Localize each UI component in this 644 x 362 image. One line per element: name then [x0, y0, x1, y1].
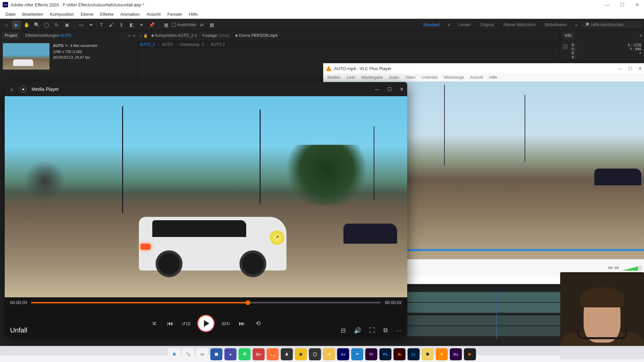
- roto-tool-icon[interactable]: ✦: [137, 20, 146, 29]
- grid-icon[interactable]: ▦: [208, 20, 216, 29]
- fullscreen-icon[interactable]: ⛶: [369, 327, 375, 334]
- nav-auto2[interactable]: AUTO_2: [140, 42, 155, 47]
- play-button[interactable]: [197, 315, 215, 332]
- minimize-button[interactable]: —: [603, 2, 611, 7]
- workspace-kleiner[interactable]: Kleiner Bildschirm: [499, 22, 540, 27]
- mp-titlebar[interactable]: ⌂ ▶ Media Player — ☐ ✕: [5, 82, 407, 96]
- taskbar-app-7[interactable]: 🦊: [267, 348, 279, 360]
- maximize-button[interactable]: ☐: [618, 2, 627, 7]
- volume-icon[interactable]: 🔊: [354, 327, 361, 334]
- taskbar-app-3[interactable]: ▦: [210, 348, 222, 360]
- mp-close-button[interactable]: ✕: [400, 86, 404, 92]
- nav-unterkomp[interactable]: Unterkomp. 3: [180, 42, 204, 47]
- rect-tool-icon[interactable]: ▭: [77, 20, 86, 29]
- forward-30-icon[interactable]: 30↻: [221, 321, 231, 326]
- home-tool-icon[interactable]: ⌂: [2, 20, 11, 29]
- help-search[interactable]: 🔎 Hilfe durchsuchen: [582, 22, 642, 28]
- vlc-volume-slider[interactable]: [622, 265, 642, 271]
- footage-tab[interactable]: Footage (ohne): [200, 32, 232, 39]
- home-icon[interactable]: ⌂: [8, 85, 15, 93]
- vlc-minimize-button[interactable]: —: [618, 66, 622, 71]
- vlc-close-button[interactable]: ✕: [638, 66, 642, 71]
- mp-seekbar[interactable]: [31, 302, 381, 303]
- mp-seek-thumb[interactable]: [246, 300, 250, 305]
- eraser-tool-icon[interactable]: ◧: [127, 20, 136, 29]
- project-tab[interactable]: Projekt: [2, 32, 20, 39]
- selection-tool-icon[interactable]: ▶: [12, 20, 21, 29]
- snap-checkbox[interactable]: [172, 23, 176, 27]
- taskbar-app-18[interactable]: ⬢: [422, 348, 434, 360]
- vlc-menu-live[interactable]: Live!: [344, 74, 358, 80]
- mini-player-icon[interactable]: ⧉: [383, 327, 388, 334]
- shuffle-icon[interactable]: ⤨: [149, 320, 159, 327]
- menu-ansicht[interactable]: Ansicht: [144, 11, 163, 17]
- taskbar-app-17[interactable]: Lr: [408, 348, 420, 360]
- orbit-tool-icon[interactable]: ◯: [42, 20, 51, 29]
- prev-track-icon[interactable]: ⏮: [165, 320, 175, 327]
- menu-animation[interactable]: Animation: [118, 11, 143, 17]
- brush-tool-icon[interactable]: 🖌: [107, 20, 116, 29]
- more-icon[interactable]: ⋯: [396, 327, 402, 334]
- camera-tool-icon[interactable]: ▣: [62, 20, 71, 29]
- composition-tab[interactable]: ■ Komposition AUTO_2 ≡: [149, 32, 199, 39]
- lock-icon[interactable]: 🔒: [143, 34, 148, 38]
- mp-maximize-button[interactable]: ☐: [387, 86, 392, 92]
- mp-minimize-button[interactable]: —: [375, 86, 379, 92]
- taskbar-app-12[interactable]: Ae: [337, 348, 349, 360]
- taskbar-app-8[interactable]: ♟: [281, 348, 293, 360]
- project-thumbnail[interactable]: [3, 43, 50, 70]
- text-tool-icon[interactable]: T: [97, 20, 106, 29]
- vlc-menu-medien[interactable]: Medien: [325, 74, 343, 80]
- menu-fenster[interactable]: Fenster: [165, 11, 185, 17]
- taskbar-app-11[interactable]: 📁: [323, 348, 335, 360]
- repeat-icon[interactable]: ⟲: [253, 320, 263, 327]
- info-menu-icon[interactable]: ≡: [640, 33, 642, 38]
- hand-tool-icon[interactable]: ✋: [22, 20, 31, 29]
- vlc-maximize-button[interactable]: ☐: [628, 66, 632, 71]
- taskbar-app-21[interactable]: ▶: [464, 348, 476, 360]
- menu-ebene[interactable]: Ebene: [78, 11, 96, 17]
- vlc-menu-video[interactable]: Video: [402, 74, 418, 80]
- vlc-titlebar[interactable]: AUTO.mp4 - VLC Plus Player — ☐ ✕: [323, 63, 644, 73]
- taskbar-app-5[interactable]: ✆: [238, 348, 251, 360]
- panel-expand-icon[interactable]: »: [128, 33, 130, 38]
- vlc-menu-untertitel[interactable]: Untertitel: [419, 74, 440, 80]
- workspace-lernen[interactable]: Lernen: [454, 22, 475, 27]
- vlc-menu-werkzeuge[interactable]: Werkzeuge: [441, 74, 467, 80]
- rewind-10-icon[interactable]: ↺10: [181, 321, 191, 326]
- workspace-bibliotheken[interactable]: Bibliotheken: [541, 22, 571, 27]
- workspace-original[interactable]: Original: [476, 22, 498, 27]
- menu-hilfe[interactable]: Hilfe: [186, 11, 200, 17]
- workspace-standard[interactable]: Standard: [419, 22, 443, 27]
- taskbar-app-16[interactable]: Ai: [393, 348, 406, 360]
- panel-menu-icon[interactable]: ≡: [133, 33, 135, 38]
- menu-komposition[interactable]: Komposition: [47, 11, 77, 17]
- timeline-playhead[interactable]: [496, 292, 497, 339]
- mp-video-area[interactable]: [5, 96, 407, 297]
- ws-expand-icon[interactable]: »: [575, 22, 578, 27]
- taskbar-app-1[interactable]: 🔍: [182, 348, 194, 360]
- taskbar-app-2[interactable]: ▭: [196, 348, 208, 360]
- menu-effekte[interactable]: Effekte: [97, 11, 116, 17]
- next-track-icon[interactable]: ⏭: [237, 320, 247, 327]
- taskbar-app-19[interactable]: ▼: [436, 348, 448, 360]
- taskbar-app-15[interactable]: Ps: [379, 348, 391, 360]
- close-button[interactable]: ✕: [633, 2, 641, 7]
- nav-auto[interactable]: AUTO: [162, 42, 173, 47]
- taskbar-app-10[interactable]: ◯: [309, 348, 321, 360]
- taskbar-app-0[interactable]: ⊞: [168, 348, 180, 360]
- puppet-tool-icon[interactable]: 📌: [147, 20, 156, 29]
- nav-auto-2b[interactable]: AUTO 2: [211, 42, 225, 47]
- subtitles-icon[interactable]: ⊟: [341, 327, 346, 334]
- taskbar-app-14[interactable]: Pr: [365, 348, 377, 360]
- vlc-menu-ansicht[interactable]: Ansicht: [467, 74, 486, 80]
- rotate-tool-icon[interactable]: ↻: [52, 20, 61, 29]
- vlc-menu-audio[interactable]: Audio: [386, 74, 402, 80]
- info-tab[interactable]: Info: [562, 32, 574, 39]
- taskbar-app-13[interactable]: ✂: [351, 348, 363, 360]
- ws-menu-icon[interactable]: ≡: [447, 22, 450, 27]
- vlc-menu-wiedergabe[interactable]: Wiedergabe: [359, 74, 386, 80]
- comp-panel-prev-icon[interactable]: ⬥: [140, 33, 142, 38]
- menu-datei[interactable]: Datei: [3, 11, 18, 17]
- layer-tab[interactable]: ■ Ebene PERSON.mp4: [233, 32, 279, 39]
